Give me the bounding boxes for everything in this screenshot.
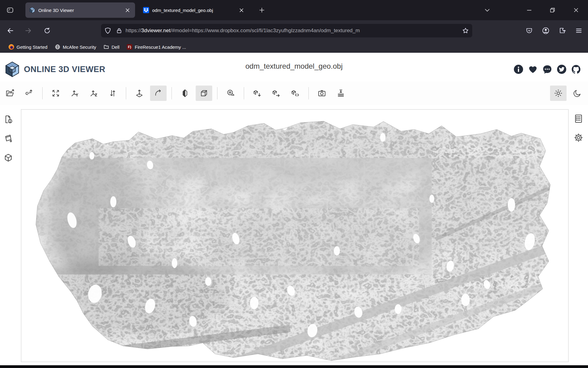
bookmark-getting-started[interactable]: Getting Started — [6, 43, 50, 51]
model-viewport[interactable] — [21, 109, 569, 362]
restore-button[interactable] — [545, 0, 560, 20]
bookmark-star-icon[interactable] — [462, 27, 469, 34]
toolbar-separator — [126, 87, 126, 99]
bookmark-label: McAfee Security — [63, 44, 96, 50]
bookmark-label: Dell — [111, 44, 119, 50]
measure-button[interactable] — [222, 86, 239, 101]
toolbar-separator — [308, 87, 309, 99]
info-icon[interactable] — [513, 64, 524, 75]
page-3dviewer: ONLINE 3D VIEWER odm_textured_model_geo.… — [0, 53, 588, 368]
tab-close-icon[interactable] — [123, 6, 131, 14]
set-y-up-button[interactable] — [66, 86, 83, 101]
bookmark-label: FireRescue1 Academy ... — [135, 44, 186, 50]
tracking-shield-icon[interactable] — [104, 27, 111, 34]
toolbar-separator — [217, 87, 217, 99]
nav-right-icons — [523, 24, 585, 37]
new-tab-button[interactable] — [257, 5, 267, 15]
details-panel-icon[interactable] — [573, 113, 584, 124]
perspective-camera-button[interactable] — [177, 86, 193, 101]
open-file-button[interactable] — [2, 86, 18, 101]
navigation-toolbar: https://3dviewer.net/#model=https://www.… — [0, 20, 588, 41]
tab-odm-model[interactable]: odm_textured_model_geo.obj — [139, 2, 249, 18]
model-details-icon[interactable] — [3, 114, 13, 125]
pocket-icon[interactable] — [523, 25, 535, 37]
brand-text: ONLINE 3D VIEWER — [24, 65, 105, 74]
account-icon[interactable] — [540, 25, 552, 37]
firerescue-icon: F) — [127, 44, 132, 50]
twitter-icon[interactable] — [556, 64, 567, 75]
toolbar-separator — [172, 87, 172, 99]
toolbar-separator — [244, 87, 244, 99]
tab-overflow-button[interactable] — [480, 0, 494, 20]
flip-up-vector-button[interactable] — [104, 86, 121, 101]
light-theme-button[interactable] — [550, 86, 567, 101]
bookmark-dell[interactable]: Dell — [101, 43, 122, 51]
embed-model-button[interactable] — [287, 86, 303, 101]
tab-title: odm_textured_model_geo.obj — [152, 8, 235, 13]
heart-icon[interactable] — [528, 64, 538, 75]
minimize-button[interactable] — [522, 0, 536, 20]
viewer-toolbar — [0, 82, 588, 105]
forward-button[interactable] — [22, 25, 34, 37]
close-button[interactable] — [569, 0, 583, 20]
folder-icon — [104, 44, 109, 50]
open-url-button[interactable] — [21, 86, 37, 101]
bookmarks-bar: Getting Started McAfee Security Dell F) … — [0, 41, 588, 53]
brand[interactable]: ONLINE 3D VIEWER — [4, 61, 105, 77]
extensions-icon[interactable] — [556, 25, 568, 37]
fit-to-window-button[interactable] — [47, 86, 64, 101]
firefox-view-icon[interactable] — [5, 5, 15, 15]
viewer-header: ONLINE 3D VIEWER odm_textured_model_geo.… — [0, 53, 588, 82]
snapshot-button[interactable] — [314, 86, 330, 101]
url-protocol: https:// — [126, 28, 141, 33]
terrain-mesh-model — [21, 110, 568, 362]
menu-icon[interactable] — [573, 25, 585, 37]
download-model-button[interactable] — [249, 86, 266, 101]
3dviewer-cube-icon — [29, 7, 35, 13]
browser-window: Online 3D Viewer odm_textured_ — [0, 0, 588, 368]
tab-title: Online 3D Viewer — [38, 8, 121, 13]
materials-icon[interactable] — [3, 133, 13, 144]
bookmark-firerescue1[interactable]: F) FireRescue1 Academy ... — [124, 43, 189, 51]
dark-theme-button[interactable] — [569, 86, 586, 101]
bookmark-mcafee-security[interactable]: McAfee Security — [52, 43, 99, 51]
tab-close-icon[interactable] — [237, 6, 245, 14]
url-path: /#model=https://www.dropbox.com/scl/fi/1… — [170, 28, 360, 33]
print-3d-button[interactable] — [333, 86, 349, 101]
tab-online-3d-viewer[interactable]: Online 3D Viewer — [25, 2, 135, 18]
chat-icon[interactable] — [542, 64, 552, 75]
firefox-icon — [9, 44, 14, 50]
meshes-icon[interactable] — [3, 153, 13, 163]
viewer-content — [0, 105, 588, 368]
lock-icon[interactable] — [116, 27, 123, 34]
url-text[interactable]: https://3dviewer.net/#model=https://www.… — [126, 28, 462, 34]
settings-gear-icon[interactable] — [573, 132, 584, 143]
github-icon[interactable] — [571, 64, 581, 75]
viewer-logo-icon — [4, 61, 20, 77]
back-button[interactable] — [4, 25, 17, 37]
orthographic-camera-button[interactable] — [196, 86, 212, 101]
set-z-up-button[interactable] — [85, 86, 102, 101]
theme-toggle — [550, 86, 586, 101]
url-domain: 3dviewer.net — [141, 28, 170, 33]
url-bar[interactable]: https://3dviewer.net/#model=https://www.… — [101, 24, 472, 37]
globe-icon — [55, 44, 60, 50]
header-social-icons — [513, 64, 581, 75]
fixed-up-vector-button[interactable] — [131, 86, 148, 101]
window-bottom-edge — [0, 365, 588, 368]
tab-bar: Online 3D Viewer odm_textured_ — [0, 0, 588, 20]
reload-button[interactable] — [41, 25, 53, 37]
toolbar-separator — [42, 87, 43, 99]
bookmark-label: Getting Started — [17, 44, 47, 50]
dropbox-icon — [143, 7, 149, 13]
free-orbit-button[interactable] — [150, 86, 167, 101]
share-model-button[interactable] — [268, 86, 285, 101]
